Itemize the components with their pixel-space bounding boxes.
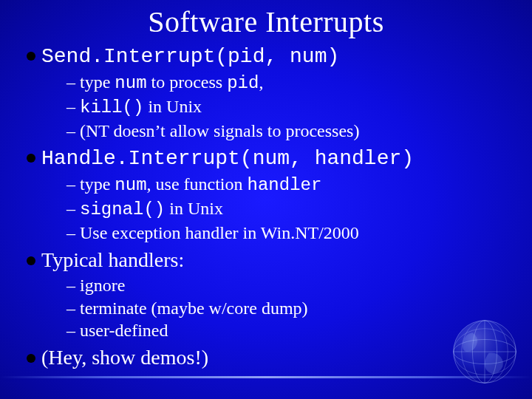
sub-item: – signal() in Unix bbox=[66, 197, 499, 222]
text-segment: num bbox=[115, 73, 146, 93]
sub-item: – type num to process pid, bbox=[66, 71, 499, 95]
sub-item: – kill() in Unix bbox=[66, 95, 499, 120]
text-segment: (NT doesn’t allow signals to processes) bbox=[80, 121, 359, 140]
sub-item: – (NT doesn’t allow signals to processes… bbox=[66, 120, 499, 143]
bullet-item: Send.Interrupt(pid, num) bbox=[27, 43, 499, 69]
dash-icon: – bbox=[66, 222, 80, 245]
bullet-dot-icon bbox=[27, 154, 35, 163]
bullet-item: Handle.Interrupt(num, handler) bbox=[27, 145, 499, 171]
bullet-dot-icon bbox=[27, 256, 35, 265]
dash-icon: – bbox=[66, 197, 80, 220]
bullet-text: Typical handlers: bbox=[41, 248, 184, 273]
sub-item: – ignore bbox=[66, 274, 499, 297]
dash-icon: – bbox=[66, 173, 80, 196]
slide-title: Software Interrupts bbox=[0, 0, 532, 39]
text-segment: terminate (maybe w/core dump) bbox=[80, 299, 308, 318]
text-segment: type bbox=[80, 174, 115, 194]
text-segment: , bbox=[259, 72, 263, 92]
text-segment: signal() bbox=[80, 200, 165, 219]
bullet-text: Handle.Interrupt(num, handler) bbox=[41, 145, 414, 171]
text-segment: , use function bbox=[147, 174, 248, 194]
text-segment: handler bbox=[248, 175, 322, 195]
text-segment: user-defined bbox=[80, 321, 168, 340]
bullet-dot-icon bbox=[27, 354, 35, 363]
sub-item: – type num, use function handler bbox=[66, 173, 499, 197]
dash-icon: – bbox=[66, 95, 80, 118]
bullet-item: Typical handlers: bbox=[27, 248, 499, 273]
sub-list: – ignore– terminate (maybe w/core dump)–… bbox=[66, 274, 499, 342]
dash-icon: – bbox=[66, 71, 80, 94]
slide: Software Interrupts Send.Interrupt(pid, … bbox=[0, 0, 532, 399]
sub-list: – type num to process pid,– kill() in Un… bbox=[66, 71, 499, 142]
text-segment: pid bbox=[227, 73, 259, 93]
text-segment: kill() bbox=[80, 98, 143, 117]
text-segment: type bbox=[80, 72, 115, 92]
text-segment: Send.Interrupt(pid, num) bbox=[41, 45, 339, 68]
dash-icon: – bbox=[66, 274, 80, 297]
sub-list: – type num, use function handler– signal… bbox=[66, 173, 499, 244]
sub-item: – user-defined bbox=[66, 319, 499, 342]
slide-body: Send.Interrupt(pid, num)– type num to pr… bbox=[27, 41, 499, 370]
text-segment: Use exception handler in Win.NT/2000 bbox=[80, 223, 359, 242]
text-segment: Typical handlers: bbox=[41, 248, 184, 271]
text-segment: (Hey, show demos!) bbox=[41, 346, 208, 369]
bullet-text: (Hey, show demos!) bbox=[41, 345, 208, 370]
bullet-item: (Hey, show demos!) bbox=[27, 345, 499, 370]
text-segment: in Unix bbox=[143, 97, 202, 116]
text-segment: ignore bbox=[80, 276, 125, 295]
text-segment: num bbox=[115, 175, 146, 195]
bullet-dot-icon bbox=[27, 52, 35, 61]
bullet-text: Send.Interrupt(pid, num) bbox=[41, 43, 339, 69]
sub-item: – Use exception handler in Win.NT/2000 bbox=[66, 222, 499, 245]
dash-icon: – bbox=[66, 319, 80, 342]
text-segment: Handle.Interrupt(num, handler) bbox=[41, 147, 414, 170]
footer-divider bbox=[0, 376, 532, 378]
text-segment: in Unix bbox=[165, 199, 223, 218]
text-segment: to process bbox=[147, 72, 228, 92]
sub-item: – terminate (maybe w/core dump) bbox=[66, 297, 499, 320]
dash-icon: – bbox=[66, 297, 80, 320]
dash-icon: – bbox=[66, 120, 80, 143]
